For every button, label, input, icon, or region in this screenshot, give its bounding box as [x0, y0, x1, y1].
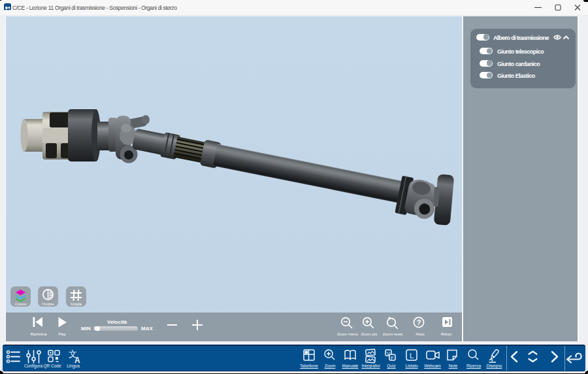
svg-text:L: L [410, 352, 414, 360]
svg-text:F: F [391, 355, 394, 361]
svg-text:?: ? [417, 318, 421, 326]
